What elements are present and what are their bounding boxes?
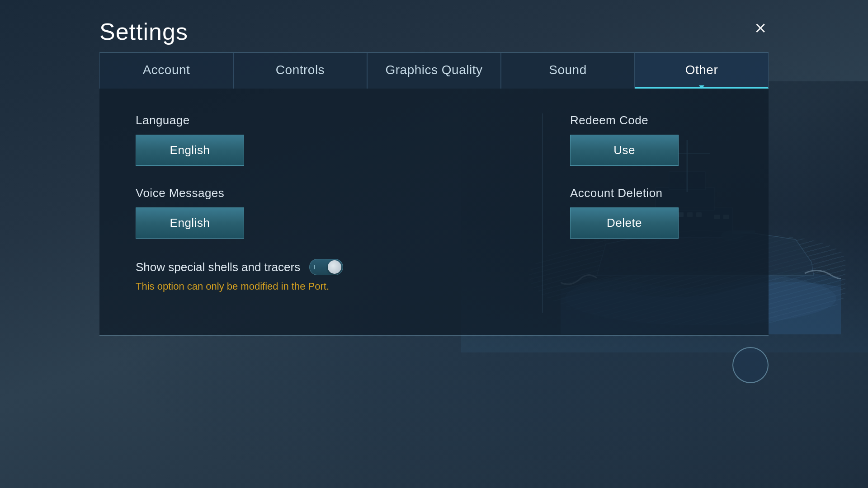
voice-messages-label: Voice Messages — [136, 186, 515, 200]
special-shells-toggle[interactable]: I — [309, 259, 343, 275]
account-deletion-label: Account Deletion — [570, 186, 732, 200]
tab-graphics[interactable]: Graphics Quality — [367, 52, 501, 89]
settings-panel: Settings × Account Controls Graphics Qua… — [99, 9, 769, 392]
tab-other[interactable]: Other — [635, 52, 769, 89]
redeem-code-button[interactable]: Use — [570, 135, 679, 166]
toggle-indicator: I — [313, 263, 315, 271]
account-deletion-group: Account Deletion Delete — [570, 186, 732, 239]
special-shells-group: Show special shells and tracers I This o… — [136, 259, 515, 292]
title-bar: Settings × — [99, 9, 769, 52]
language-group: Language English — [136, 113, 515, 166]
settings-title: Settings — [99, 18, 188, 45]
bottom-bar — [99, 335, 769, 392]
toggle-row: Show special shells and tracers I — [136, 259, 515, 275]
content-area: Language English Voice Messages English … — [99, 89, 769, 335]
right-section: Redeem Code Use Account Deletion Delete — [542, 113, 732, 313]
delete-button[interactable]: Delete — [570, 207, 679, 239]
port-notice: This option can only be modified in the … — [136, 281, 515, 292]
tab-controls[interactable]: Controls — [233, 52, 367, 89]
toggle-thumb — [328, 260, 341, 274]
language-button[interactable]: English — [136, 135, 244, 166]
close-button[interactable]: × — [752, 18, 769, 38]
apply-button[interactable] — [732, 347, 769, 383]
redeem-code-label: Redeem Code — [570, 113, 732, 127]
tab-bar: Account Controls Graphics Quality Sound … — [99, 52, 769, 89]
left-section: Language English Voice Messages English … — [136, 113, 542, 313]
toggle-track: I — [309, 259, 343, 275]
redeem-code-group: Redeem Code Use — [570, 113, 732, 166]
tab-account[interactable]: Account — [99, 52, 233, 89]
tab-sound[interactable]: Sound — [501, 52, 635, 89]
language-label: Language — [136, 113, 515, 127]
voice-messages-button[interactable]: English — [136, 207, 244, 239]
voice-messages-group: Voice Messages English — [136, 186, 515, 239]
special-shells-label: Show special shells and tracers — [136, 260, 300, 274]
